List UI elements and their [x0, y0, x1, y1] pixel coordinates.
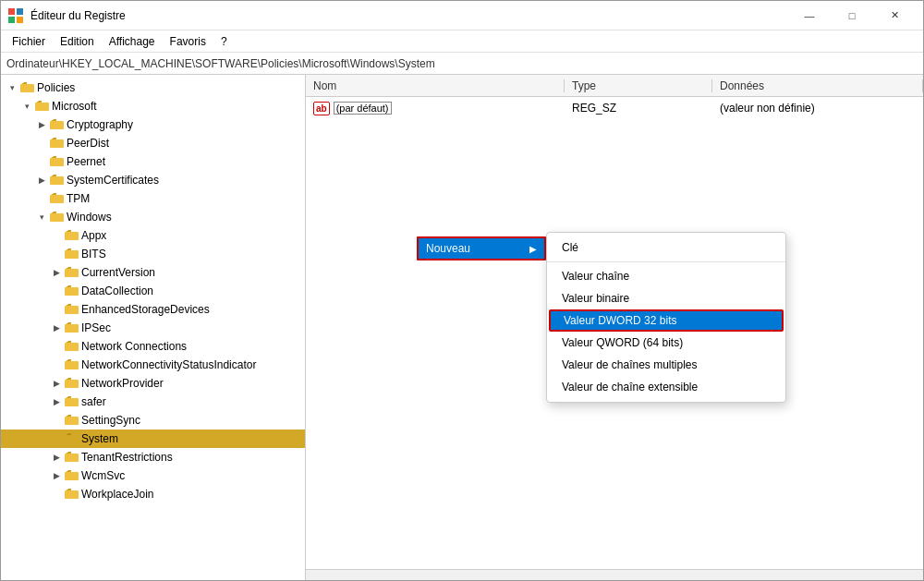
window-title: Éditeur du Registre — [30, 9, 788, 22]
window-icon — [8, 8, 23, 23]
menu-affichage[interactable]: Affichage — [102, 33, 163, 50]
tree-item-bits[interactable]: BITS — [1, 245, 305, 263]
svg-rect-26 — [65, 490, 79, 499]
tree-item-ncsi[interactable]: NetworkConnectivityStatusIndicator — [1, 356, 305, 374]
entry-data: (valeur non définie) — [712, 102, 923, 115]
registry-editor-window: Éditeur du Registre — □ ✕ Fichier Editio… — [0, 0, 924, 581]
svg-rect-20 — [65, 380, 79, 388]
svg-rect-19 — [65, 361, 79, 369]
right-pane-scrollbar[interactable] — [306, 569, 923, 580]
expander-safer[interactable]: ▶ — [49, 394, 64, 409]
expander-datacollection — [49, 284, 64, 298]
folder-icon-bits — [64, 247, 79, 261]
menu-favoris[interactable]: Favoris — [163, 33, 213, 50]
tree-item-tenantrestrictions[interactable]: ▶ TenantRestrictions — [1, 448, 305, 466]
tree-item-peernet[interactable]: Peernet — [1, 152, 305, 171]
menu-bar: Fichier Edition Affichage Favoris ? — [1, 30, 923, 53]
column-header: Nom Type Données — [306, 75, 923, 97]
svg-rect-1 — [17, 8, 23, 15]
folder-icon-cryptography — [49, 117, 64, 132]
tree-label-appx: Appx — [81, 229, 106, 242]
tree-item-cryptography[interactable]: ▶ Cryptography — [1, 115, 305, 134]
tree-item-currentversion[interactable]: ▶ CurrentVersion — [1, 263, 305, 282]
expander-peerdist — [34, 136, 49, 151]
menu-fichier[interactable]: Fichier — [5, 33, 53, 50]
expander-cryptography[interactable]: ▶ — [34, 117, 49, 132]
expander-tenantrestrictions[interactable]: ▶ — [49, 450, 64, 465]
window-controls: — □ ✕ — [788, 1, 916, 30]
tree-item-workplacejoin[interactable]: WorkplaceJoin — [1, 485, 305, 503]
expander-policies[interactable]: ▾ — [5, 80, 19, 95]
tree-item-windows[interactable]: ▾ Windows — [1, 208, 305, 226]
folder-icon-systemcerts — [49, 173, 64, 188]
expander-enhancedstorage — [49, 302, 64, 317]
folder-icon-tpm — [49, 191, 64, 206]
right-pane: Nom Type Données ab (par défaut) REG_SZ … — [306, 75, 923, 580]
address-path: Ordinateur\HKEY_LOCAL_MACHINE\SOFTWARE\P… — [6, 57, 435, 70]
tree-item-enhancedstorage[interactable]: EnhancedStorageDevices — [1, 300, 305, 319]
expander-currentversion[interactable]: ▶ — [49, 265, 64, 280]
expander-windows[interactable]: ▾ — [34, 210, 49, 224]
tree-label-currentversion: CurrentVersion — [81, 266, 155, 279]
tree-item-policies[interactable]: ▾ Policies — [1, 79, 305, 97]
svg-rect-8 — [50, 158, 64, 166]
close-button[interactable]: ✕ — [873, 1, 916, 30]
svg-rect-13 — [65, 250, 79, 259]
tree-item-datacollection[interactable]: DataCollection — [1, 282, 305, 300]
tree-item-system[interactable]: System — [1, 430, 305, 448]
registry-content[interactable]: ab (par défaut) REG_SZ (valeur non défin… — [306, 97, 923, 569]
tree-pane[interactable]: ▾ Policies ▾ Microsoft ▶ Cryp — [1, 75, 306, 580]
tree-item-ipsec[interactable]: ▶ IPSec — [1, 319, 305, 337]
tree-item-microsoft[interactable]: ▾ Microsoft — [1, 97, 305, 115]
tree-label-ncsi: NetworkConnectivityStatusIndicator — [81, 358, 256, 371]
expander-tpm — [34, 191, 49, 206]
tree-label-datacollection: DataCollection — [81, 284, 153, 297]
tree-item-networkprovider[interactable]: ▶ NetworkProvider — [1, 374, 305, 393]
expander-wcmsvc[interactable]: ▶ — [49, 468, 64, 483]
folder-icon-datacollection — [64, 284, 79, 298]
folder-icon-ipsec — [64, 321, 79, 335]
maximize-button[interactable]: □ — [831, 1, 873, 30]
folder-icon-policies — [19, 80, 34, 95]
entry-name: ab (par défaut) — [306, 102, 565, 115]
tree-label-settingsync: SettingSync — [81, 414, 140, 427]
table-row[interactable]: ab (par défaut) REG_SZ (valeur non défin… — [306, 99, 923, 117]
folder-icon-settingsync — [64, 413, 79, 428]
svg-rect-12 — [65, 232, 79, 240]
expander-networkprovider[interactable]: ▶ — [49, 376, 64, 391]
tree-item-safer[interactable]: ▶ safer — [1, 393, 305, 411]
svg-rect-25 — [65, 472, 79, 480]
svg-rect-15 — [65, 287, 79, 296]
tree-item-peerdist[interactable]: PeerDist — [1, 134, 305, 152]
address-bar: Ordinateur\HKEY_LOCAL_MACHINE\SOFTWARE\P… — [1, 53, 923, 75]
expander-bits — [49, 247, 64, 261]
expander-ipsec[interactable]: ▶ — [49, 321, 64, 335]
tree-label-safer: safer — [81, 395, 106, 408]
svg-rect-6 — [50, 121, 64, 129]
menu-edition[interactable]: Edition — [53, 33, 102, 50]
svg-rect-18 — [65, 343, 79, 351]
tree-item-network-connections[interactable]: Network Connections — [1, 337, 305, 356]
expander-microsoft[interactable]: ▾ — [19, 99, 34, 114]
tree-label-tenantrestrictions: TenantRestrictions — [81, 451, 173, 464]
tree-label-cryptography: Cryptography — [67, 118, 133, 131]
svg-rect-5 — [35, 103, 49, 111]
tree-item-wcmsvc[interactable]: ▶ WcmSvc — [1, 466, 305, 485]
svg-rect-11 — [50, 213, 64, 222]
folder-icon-appx — [64, 228, 79, 243]
entry-type: REG_SZ — [565, 102, 712, 115]
tree-item-appx[interactable]: Appx — [1, 226, 305, 245]
folder-icon-peernet — [49, 154, 64, 169]
expander-systemcerts[interactable]: ▶ — [34, 173, 49, 188]
tree-item-systemcerts[interactable]: ▶ SystemCertificates — [1, 171, 305, 189]
minimize-button[interactable]: — — [788, 1, 831, 30]
folder-icon-enhancedstorage — [64, 302, 79, 317]
svg-rect-24 — [65, 454, 79, 462]
tree-label-networkprovider: NetworkProvider — [81, 377, 164, 390]
tree-item-settingsync[interactable]: SettingSync — [1, 411, 305, 430]
folder-icon-ncsi — [64, 357, 79, 372]
menu-help[interactable]: ? — [213, 33, 235, 50]
svg-rect-9 — [50, 176, 64, 185]
tree-item-tpm[interactable]: TPM — [1, 189, 305, 208]
tree-label-peernet: Peernet — [67, 155, 105, 168]
